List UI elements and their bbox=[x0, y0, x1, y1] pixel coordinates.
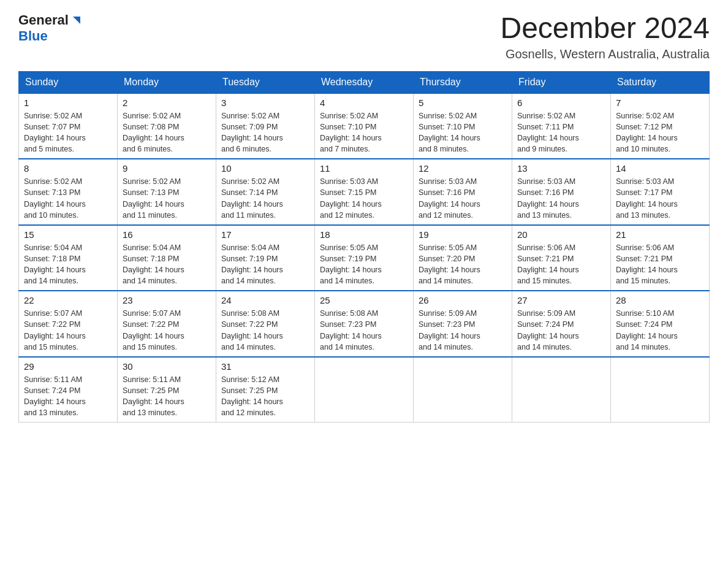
calendar-cell: 18 Sunrise: 5:05 AM Sunset: 7:19 PM Dayl… bbox=[315, 225, 414, 291]
day-number: 11 bbox=[320, 163, 408, 174]
day-number: 20 bbox=[517, 229, 605, 240]
calendar-cell: 6 Sunrise: 5:02 AM Sunset: 7:11 PM Dayli… bbox=[512, 93, 611, 159]
day-info: Sunrise: 5:10 AM Sunset: 7:24 PM Dayligh… bbox=[616, 308, 704, 353]
calendar-cell: 26 Sunrise: 5:09 AM Sunset: 7:23 PM Dayl… bbox=[414, 291, 512, 357]
day-info: Sunrise: 5:11 AM Sunset: 7:24 PM Dayligh… bbox=[24, 374, 112, 419]
day-number: 16 bbox=[123, 229, 211, 240]
logo-triangle-icon bbox=[70, 14, 83, 28]
calendar-cell: 17 Sunrise: 5:04 AM Sunset: 7:19 PM Dayl… bbox=[216, 225, 315, 291]
days-header-row: SundayMondayTuesdayWednesdayThursdayFrid… bbox=[19, 71, 710, 93]
day-info: Sunrise: 5:02 AM Sunset: 7:08 PM Dayligh… bbox=[123, 110, 211, 155]
page-header: General Blue December 2024 Gosnells, Wes… bbox=[18, 12, 710, 61]
day-number: 4 bbox=[320, 98, 408, 108]
calendar-cell: 31 Sunrise: 5:12 AM Sunset: 7:25 PM Dayl… bbox=[216, 357, 315, 423]
day-number: 7 bbox=[616, 98, 704, 108]
day-info: Sunrise: 5:02 AM Sunset: 7:14 PM Dayligh… bbox=[221, 176, 309, 221]
day-info: Sunrise: 5:03 AM Sunset: 7:16 PM Dayligh… bbox=[517, 176, 605, 221]
day-info: Sunrise: 5:07 AM Sunset: 7:22 PM Dayligh… bbox=[24, 308, 112, 353]
calendar-cell: 8 Sunrise: 5:02 AM Sunset: 7:13 PM Dayli… bbox=[19, 159, 118, 225]
day-number: 18 bbox=[320, 229, 408, 240]
day-header-thursday: Thursday bbox=[414, 71, 512, 93]
day-header-monday: Monday bbox=[118, 71, 216, 93]
calendar-cell: 20 Sunrise: 5:06 AM Sunset: 7:21 PM Dayl… bbox=[512, 225, 611, 291]
calendar-body: 1 Sunrise: 5:02 AM Sunset: 7:07 PM Dayli… bbox=[19, 93, 710, 423]
title-area: December 2024 Gosnells, Western Australi… bbox=[500, 12, 710, 61]
day-number: 5 bbox=[419, 98, 507, 108]
day-info: Sunrise: 5:02 AM Sunset: 7:10 PM Dayligh… bbox=[320, 110, 408, 155]
day-number: 26 bbox=[419, 295, 507, 305]
logo-general-text: General bbox=[18, 12, 69, 28]
calendar-week-3: 15 Sunrise: 5:04 AM Sunset: 7:18 PM Dayl… bbox=[19, 225, 710, 291]
calendar-cell: 24 Sunrise: 5:08 AM Sunset: 7:22 PM Dayl… bbox=[216, 291, 315, 357]
day-number: 3 bbox=[221, 98, 309, 108]
day-header-tuesday: Tuesday bbox=[216, 71, 315, 93]
day-number: 28 bbox=[616, 295, 704, 305]
day-info: Sunrise: 5:04 AM Sunset: 7:19 PM Dayligh… bbox=[221, 242, 309, 287]
day-info: Sunrise: 5:03 AM Sunset: 7:15 PM Dayligh… bbox=[320, 176, 408, 221]
day-header-saturday: Saturday bbox=[611, 71, 710, 93]
day-number: 10 bbox=[221, 163, 309, 174]
calendar-cell bbox=[611, 357, 710, 423]
day-info: Sunrise: 5:03 AM Sunset: 7:16 PM Dayligh… bbox=[419, 176, 507, 221]
day-info: Sunrise: 5:06 AM Sunset: 7:21 PM Dayligh… bbox=[616, 242, 704, 287]
calendar-cell: 12 Sunrise: 5:03 AM Sunset: 7:16 PM Dayl… bbox=[414, 159, 512, 225]
calendar-cell: 5 Sunrise: 5:02 AM Sunset: 7:10 PM Dayli… bbox=[414, 93, 512, 159]
day-header-friday: Friday bbox=[512, 71, 611, 93]
day-info: Sunrise: 5:09 AM Sunset: 7:23 PM Dayligh… bbox=[419, 308, 507, 353]
svg-marker-0 bbox=[73, 17, 80, 24]
day-number: 1 bbox=[24, 98, 112, 108]
day-info: Sunrise: 5:07 AM Sunset: 7:22 PM Dayligh… bbox=[123, 308, 211, 353]
calendar-cell: 29 Sunrise: 5:11 AM Sunset: 7:24 PM Dayl… bbox=[19, 357, 118, 423]
day-info: Sunrise: 5:04 AM Sunset: 7:18 PM Dayligh… bbox=[123, 242, 211, 287]
day-info: Sunrise: 5:05 AM Sunset: 7:20 PM Dayligh… bbox=[419, 242, 507, 287]
day-info: Sunrise: 5:03 AM Sunset: 7:17 PM Dayligh… bbox=[616, 176, 704, 221]
calendar-cell: 1 Sunrise: 5:02 AM Sunset: 7:07 PM Dayli… bbox=[19, 93, 118, 159]
day-header-wednesday: Wednesday bbox=[315, 71, 414, 93]
calendar-cell bbox=[315, 357, 414, 423]
day-info: Sunrise: 5:12 AM Sunset: 7:25 PM Dayligh… bbox=[221, 374, 309, 419]
calendar-week-4: 22 Sunrise: 5:07 AM Sunset: 7:22 PM Dayl… bbox=[19, 291, 710, 357]
day-number: 9 bbox=[123, 163, 211, 174]
day-info: Sunrise: 5:08 AM Sunset: 7:22 PM Dayligh… bbox=[221, 308, 309, 353]
calendar-week-1: 1 Sunrise: 5:02 AM Sunset: 7:07 PM Dayli… bbox=[19, 93, 710, 159]
day-info: Sunrise: 5:09 AM Sunset: 7:24 PM Dayligh… bbox=[517, 308, 605, 353]
day-number: 25 bbox=[320, 295, 408, 305]
day-info: Sunrise: 5:06 AM Sunset: 7:21 PM Dayligh… bbox=[517, 242, 605, 287]
day-info: Sunrise: 5:02 AM Sunset: 7:12 PM Dayligh… bbox=[616, 110, 704, 155]
day-info: Sunrise: 5:08 AM Sunset: 7:23 PM Dayligh… bbox=[320, 308, 408, 353]
calendar-cell: 21 Sunrise: 5:06 AM Sunset: 7:21 PM Dayl… bbox=[611, 225, 710, 291]
logo: General Blue bbox=[18, 12, 83, 44]
day-number: 23 bbox=[123, 295, 211, 305]
calendar-table: SundayMondayTuesdayWednesdayThursdayFrid… bbox=[18, 71, 710, 423]
calendar-cell: 2 Sunrise: 5:02 AM Sunset: 7:08 PM Dayli… bbox=[118, 93, 216, 159]
calendar-cell: 11 Sunrise: 5:03 AM Sunset: 7:15 PM Dayl… bbox=[315, 159, 414, 225]
day-number: 19 bbox=[419, 229, 507, 240]
day-number: 14 bbox=[616, 163, 704, 174]
calendar-cell: 22 Sunrise: 5:07 AM Sunset: 7:22 PM Dayl… bbox=[19, 291, 118, 357]
day-info: Sunrise: 5:02 AM Sunset: 7:10 PM Dayligh… bbox=[419, 110, 507, 155]
calendar-cell: 27 Sunrise: 5:09 AM Sunset: 7:24 PM Dayl… bbox=[512, 291, 611, 357]
calendar-cell: 10 Sunrise: 5:02 AM Sunset: 7:14 PM Dayl… bbox=[216, 159, 315, 225]
calendar-cell: 23 Sunrise: 5:07 AM Sunset: 7:22 PM Dayl… bbox=[118, 291, 216, 357]
calendar-cell: 3 Sunrise: 5:02 AM Sunset: 7:09 PM Dayli… bbox=[216, 93, 315, 159]
calendar-cell: 15 Sunrise: 5:04 AM Sunset: 7:18 PM Dayl… bbox=[19, 225, 118, 291]
day-number: 13 bbox=[517, 163, 605, 174]
calendar-cell: 7 Sunrise: 5:02 AM Sunset: 7:12 PM Dayli… bbox=[611, 93, 710, 159]
day-number: 22 bbox=[24, 295, 112, 305]
day-number: 31 bbox=[221, 361, 309, 372]
day-number: 2 bbox=[123, 98, 211, 108]
day-info: Sunrise: 5:05 AM Sunset: 7:19 PM Dayligh… bbox=[320, 242, 408, 287]
calendar-cell bbox=[414, 357, 512, 423]
calendar-title: December 2024 bbox=[500, 12, 710, 45]
day-info: Sunrise: 5:02 AM Sunset: 7:11 PM Dayligh… bbox=[517, 110, 605, 155]
calendar-cell: 28 Sunrise: 5:10 AM Sunset: 7:24 PM Dayl… bbox=[611, 291, 710, 357]
day-info: Sunrise: 5:02 AM Sunset: 7:13 PM Dayligh… bbox=[24, 176, 112, 221]
calendar-cell: 19 Sunrise: 5:05 AM Sunset: 7:20 PM Dayl… bbox=[414, 225, 512, 291]
calendar-cell: 4 Sunrise: 5:02 AM Sunset: 7:10 PM Dayli… bbox=[315, 93, 414, 159]
day-number: 21 bbox=[616, 229, 704, 240]
day-number: 27 bbox=[517, 295, 605, 305]
calendar-header: SundayMondayTuesdayWednesdayThursdayFrid… bbox=[19, 71, 710, 93]
day-number: 24 bbox=[221, 295, 309, 305]
day-number: 6 bbox=[517, 98, 605, 108]
day-header-sunday: Sunday bbox=[19, 71, 118, 93]
